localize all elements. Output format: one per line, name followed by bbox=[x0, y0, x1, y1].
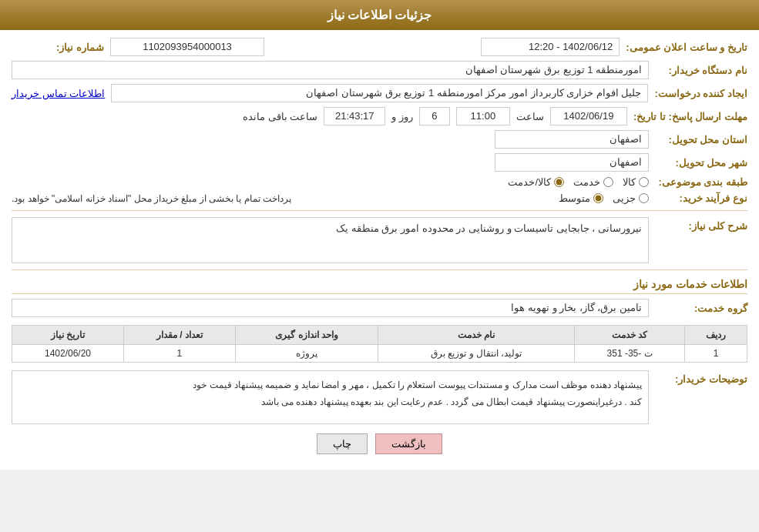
category-radio-kala[interactable] bbox=[639, 177, 649, 187]
page-title-text: جزئیات اطلاعات نیاز bbox=[327, 8, 432, 22]
buyer-notes-value: پیشنهاد دهنده موظف است مدارک و مستندات پ… bbox=[12, 370, 649, 424]
buyer-org-label: نام دستگاه خریدار: bbox=[655, 65, 747, 76]
category-radio-khadamat[interactable] bbox=[603, 177, 613, 187]
process-label: نوع فرآیند خرید: bbox=[655, 192, 747, 204]
services-table-section: ردیف کد خدمت نام خدمت واحد اندازه گیری ت… bbox=[12, 325, 747, 363]
table-head: ردیف کد خدمت نام خدمت واحد اندازه گیری ت… bbox=[12, 326, 747, 345]
process-radio-motavaset[interactable] bbox=[593, 193, 603, 203]
creator-value: جلیل افوام خزاری کاربرداز امور مرکز امور… bbox=[111, 84, 648, 102]
deadline-days-label: روز و bbox=[391, 111, 413, 122]
need-number-label: شماره نیاز: bbox=[12, 42, 104, 53]
announcement-label: تاریخ و ساعت اعلان عمومی: bbox=[626, 42, 747, 53]
province-value: اصفهان bbox=[495, 130, 649, 149]
cell-date: 1402/06/20 bbox=[12, 345, 124, 363]
cell-index: 1 bbox=[685, 345, 747, 363]
deadline-time-label: ساعت bbox=[516, 111, 544, 122]
process-option-motavaset[interactable]: متوسط bbox=[559, 192, 603, 204]
divider2 bbox=[12, 269, 747, 270]
service-group-row: گروه خدمت: تامین برق، گاز، بخار و تهویه … bbox=[12, 299, 747, 317]
category-label-khadamat: خدمت bbox=[573, 176, 600, 188]
page-title: جزئیات اطلاعات نیاز bbox=[0, 0, 759, 30]
cell-code: ت -35- 351 bbox=[575, 345, 685, 363]
category-option-khadamat[interactable]: خدمت bbox=[573, 176, 613, 188]
category-option-kala[interactable]: کالا bbox=[623, 176, 649, 188]
category-label-kala: کالا bbox=[623, 176, 636, 188]
back-button[interactable]: بازگشت bbox=[375, 433, 442, 454]
deadline-days: 6 bbox=[419, 107, 450, 125]
category-label: طبقه بندی موضوعی: bbox=[655, 176, 747, 188]
province-row: استان محل تحویل: اصفهان bbox=[12, 130, 747, 149]
deadline-time: 11:00 bbox=[456, 107, 510, 125]
divider1 bbox=[12, 210, 747, 211]
announcement-value: 1402/06/12 - 12:20 bbox=[481, 38, 620, 56]
creator-row: ایجاد کننده درخواست: جلیل افوام خزاری کا… bbox=[12, 84, 747, 102]
buyer-notes-line2: کند . درغیراینصورت پیشنهاد قیمت ابطال می… bbox=[261, 396, 642, 407]
button-bar: بازگشت چاپ bbox=[12, 433, 747, 454]
col-date: تاریخ نیاز bbox=[12, 326, 124, 345]
print-button[interactable]: چاپ bbox=[317, 433, 368, 454]
table-row: 1ت -35- 351تولید، انتقال و توزیع برقپروژ… bbox=[12, 345, 747, 363]
cell-quantity: 1 bbox=[124, 345, 236, 363]
city-value: اصفهان bbox=[495, 153, 649, 172]
category-radio-kala-khadamat[interactable] bbox=[554, 177, 564, 187]
process-type-row: نوع فرآیند خرید: جزیی متوسط پرداخت تمام … bbox=[12, 192, 747, 204]
services-section-title: اطلاعات خدمات مورد نیاز bbox=[12, 278, 747, 294]
general-desc-label: شرح کلی نیاز: bbox=[655, 220, 747, 232]
category-radio-group: کالا خدمت کالا/خدمت bbox=[12, 176, 649, 188]
deadline-remaining-label: ساعت باقی مانده bbox=[243, 111, 317, 122]
category-label-kala-khadamat: کالا/خدمت bbox=[508, 176, 551, 188]
services-table: ردیف کد خدمت نام خدمت واحد اندازه گیری ت… bbox=[12, 325, 747, 363]
buyer-notes-row: توضیحات خریدار: پیشنهاد دهنده موظف است م… bbox=[12, 370, 747, 424]
deadline-remaining: 21:43:17 bbox=[324, 107, 385, 125]
process-label-jozii: جزیی bbox=[613, 192, 636, 204]
general-desc-value: نیرورسانی ، جابجایی تاسیسات و روشنایی در… bbox=[12, 217, 649, 263]
col-name: نام خدمت bbox=[378, 326, 575, 345]
deadline-date: 1402/06/19 bbox=[550, 107, 627, 125]
col-unit: واحد اندازه گیری bbox=[235, 326, 378, 345]
process-option-jozii[interactable]: جزیی bbox=[613, 192, 649, 204]
col-index: ردیف bbox=[685, 326, 747, 345]
header-row: تاریخ و ساعت اعلان عمومی: 1402/06/12 - 1… bbox=[12, 38, 747, 56]
cell-unit: پروژه bbox=[235, 345, 378, 363]
buyer-org-row: نام دستگاه خریدار: امورمنطقه 1 توزیع برق… bbox=[12, 61, 747, 79]
service-group-value: تامین برق، گاز، بخار و تهویه هوا bbox=[12, 299, 649, 317]
col-quantity: تعداد / مقدار bbox=[124, 326, 236, 345]
deadline-label: مهلت ارسال پاسخ: تا تاریخ: bbox=[633, 111, 747, 122]
process-note: پرداخت تمام یا بخشی از مبلغ خریداز محل "… bbox=[12, 193, 291, 204]
deadline-row: مهلت ارسال پاسخ: تا تاریخ: 1402/06/19 سا… bbox=[12, 107, 747, 125]
buyer-notes-label: توضیحات خریدار: bbox=[655, 373, 747, 385]
process-radio-group: جزیی متوسط bbox=[297, 192, 649, 204]
process-radio-jozii[interactable] bbox=[639, 193, 649, 203]
city-row: شهر محل تحویل: اصفهان bbox=[12, 153, 747, 172]
need-number-value: 1102093954000013 bbox=[110, 38, 264, 56]
buyer-notes-line1: پیشنهاد دهنده موظف است مدارک و مستندات پ… bbox=[193, 380, 642, 390]
col-code: کد خدمت bbox=[575, 326, 685, 345]
creator-label: ایجاد کننده درخواست: bbox=[654, 88, 747, 99]
category-option-kala-khadamat[interactable]: کالا/خدمت bbox=[508, 176, 564, 188]
category-row: طبقه بندی موضوعی: کالا خدمت کالا/خدمت bbox=[12, 176, 747, 188]
general-desc-row: شرح کلی نیاز: نیرورسانی ، جابجایی تاسیسا… bbox=[12, 217, 747, 263]
service-group-label: گروه خدمت: bbox=[655, 303, 747, 314]
contact-link[interactable]: اطلاعات تماس خریدار bbox=[12, 88, 105, 99]
province-label: استان محل تحویل: bbox=[655, 134, 747, 146]
process-label-motavaset: متوسط bbox=[559, 192, 590, 204]
table-body: 1ت -35- 351تولید، انتقال و توزیع برقپروژ… bbox=[12, 345, 747, 363]
table-header-row: ردیف کد خدمت نام خدمت واحد اندازه گیری ت… bbox=[12, 326, 747, 345]
cell-name: تولید، انتقال و توزیع برق bbox=[378, 345, 575, 363]
city-label: شهر محل تحویل: bbox=[655, 157, 747, 169]
buyer-org-value: امورمنطقه 1 توزیع برق شهرستان اصفهان bbox=[12, 61, 649, 79]
